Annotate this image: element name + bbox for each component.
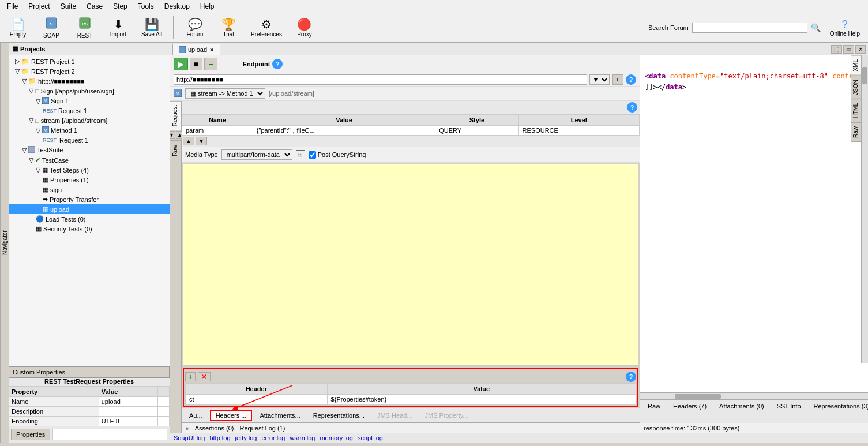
tree-rest-project-2[interactable]: ▽ 📁 REST Project 2 [9,66,170,76]
param-name[interactable]: param [182,126,253,136]
save-all-button[interactable]: 💾 Save All [137,17,166,39]
response-hscrollbar[interactable] [640,392,868,399]
param-level[interactable]: RESOURCE [518,126,639,136]
params-down-btn[interactable]: ▼ [196,137,207,145]
json-side-tab[interactable]: JSON [851,76,861,99]
tree-req1-sign[interactable]: REST Request 1 [9,106,170,115]
tree-teststeps[interactable]: ▽ ▦ Test Steps (4) [9,165,170,175]
header-name-ct[interactable]: ct [186,395,328,404]
tree-req1-stream[interactable]: REST Request 1 [9,136,170,145]
tree-property-transfer[interactable]: ⬌ Property Transfer [9,194,170,204]
add-button[interactable]: + [204,58,217,70]
tree-method1[interactable]: ▽ M Method 1 [9,125,170,136]
param-value[interactable]: {"parentId":"","fileC... [253,126,435,136]
menu-help[interactable]: Help [196,1,219,12]
tree-load-tests[interactable]: 🔵 Load Tests (0) [9,214,170,224]
auth-tab[interactable]: Au... [184,410,208,421]
resp-ssl-tab[interactable]: SSL Info [772,401,806,422]
tree-properties[interactable]: ▦ Properties (1) [9,175,170,185]
trial-button[interactable]: 🏆 Trial [214,17,243,39]
upload-tab[interactable]: upload ✕ [172,44,220,55]
properties-button[interactable]: Properties [11,429,50,440]
endpoint-help-icon[interactable]: ? [272,59,283,69]
resp-representations3-tab[interactable]: Representations (3) [809,401,868,422]
prop-enc-value[interactable]: UTF-8 [99,417,157,426]
xml-side-tab[interactable]: XML [851,55,861,76]
tree-rest-project-1[interactable]: ▷ 📁 REST Project 1 [9,57,170,66]
request-log-label[interactable]: Request Log (1) [240,425,285,432]
tree-testcase[interactable]: ▽ ✔ TestCase [9,155,170,165]
tab-close-window-button[interactable]: ✕ [855,45,866,54]
http-log-tab[interactable]: http log [209,434,230,441]
media-type-select[interactable]: multipart/form-data [221,149,292,160]
endpoint-dropdown[interactable]: ▼ [589,74,610,85]
tree-stream[interactable]: ▽ □ stream [/upload/stream] [9,115,170,125]
search-icon[interactable]: 🔍 [811,23,821,32]
resp-headers7-tab[interactable]: Headers (7) [668,401,712,422]
resp-raw-tab[interactable]: Raw [642,401,666,422]
remove-header-button[interactable]: ✕ [198,372,211,381]
method-select[interactable]: ▦ stream -> Method 1 [185,88,265,99]
endpoint-help2-icon[interactable]: ? [626,74,636,85]
tree-upload[interactable]: ▦ upload [9,204,170,214]
endpoint-input[interactable] [174,74,587,85]
proxy-button[interactable]: 🔴 Proxy [290,17,319,39]
request-vtab[interactable]: Request [170,101,181,130]
vtab-down-btn[interactable]: ▼ [170,131,175,139]
html-side-tab[interactable]: HTML [851,99,861,122]
menu-tools[interactable]: Tools [133,1,159,12]
menu-step[interactable]: Step [108,1,132,12]
script-log-tab[interactable]: script log [358,434,383,441]
resp-attachments0-tab[interactable]: Attachments (0) [714,401,769,422]
tab-restore-button[interactable]: ⬚ [831,45,842,54]
param-style[interactable]: QUERY [435,126,518,136]
custom-properties-header[interactable]: Custom Properties [9,366,170,378]
tree-sign-apps[interactable]: ▽ □ Sign [/apps/pub/user/sign] [9,86,170,96]
attachments-tab[interactable]: Attachments... [254,410,305,421]
tree-testsuite[interactable]: ▽ TestSuite [9,145,170,155]
soap-button[interactable]: S SOAP [37,16,66,40]
preferences-button[interactable]: ⚙ Preferences [247,17,285,39]
forum-button[interactable]: 💬 Forum [181,17,209,39]
error-log-tab[interactable]: error log [261,434,285,441]
tree-sign-step[interactable]: ▦ sign [9,185,170,194]
search-input[interactable] [692,23,807,33]
headers-help-icon[interactable]: ? [626,372,636,382]
jms-property-tab[interactable]: JMS Property... [420,410,474,421]
media-type-icon-btn[interactable]: ⊞ [296,150,305,159]
header-value-ct[interactable]: ${Properties#token} [327,395,636,404]
prop-name-value[interactable]: upload [99,397,157,407]
tab-maximize-button[interactable]: ▭ [843,45,854,54]
add-header-button[interactable]: + [185,372,196,381]
post-query-string-check[interactable] [309,151,316,159]
stop-button[interactable]: ■ [190,58,202,70]
prop-desc-value[interactable] [99,407,157,417]
request-body-editor[interactable] [183,164,638,366]
soapui-log-tab[interactable]: SoapUI log [174,434,205,441]
tree-sign1[interactable]: ▽ M Sign 1 [9,96,170,106]
menu-suite[interactable]: Suite [56,1,81,12]
representations-tab[interactable]: Representations... [308,410,370,421]
raw-side-tab[interactable]: Raw [851,122,861,142]
online-help-button[interactable]: ? Online Help [825,17,865,38]
empty-button[interactable]: 📄 Empty [3,17,32,39]
response-scrollbar[interactable] [861,55,868,363]
navigator-side-tab[interactable]: Navigator [0,43,9,443]
menu-file[interactable]: File [2,1,22,12]
rest-button[interactable]: RS REST [70,16,99,40]
jetty-log-tab[interactable]: jetty log [235,434,257,441]
menu-desktop[interactable]: Desktop [160,1,194,12]
menu-project[interactable]: Project [24,1,54,12]
import-button[interactable]: ⬇ Import [104,17,133,39]
run-button[interactable]: ▶ [174,58,188,70]
headers-tab[interactable]: Headers ... [210,410,253,421]
menu-case[interactable]: Case [82,1,107,12]
params-help-icon[interactable]: ? [627,102,637,113]
tree-http-node[interactable]: ▽ 📁 http://■■■■■■■■ [9,76,170,86]
post-query-string-label[interactable]: Post QueryString [309,151,366,159]
assertions-label[interactable]: Assertions (0) [195,425,234,432]
tab-close-button[interactable]: ✕ [209,47,214,53]
wsrm-log-tab[interactable]: wsrm log [290,434,315,441]
jms-head-tab[interactable]: JMS Head... [372,410,418,421]
params-up-btn[interactable]: ▲ [183,137,194,145]
